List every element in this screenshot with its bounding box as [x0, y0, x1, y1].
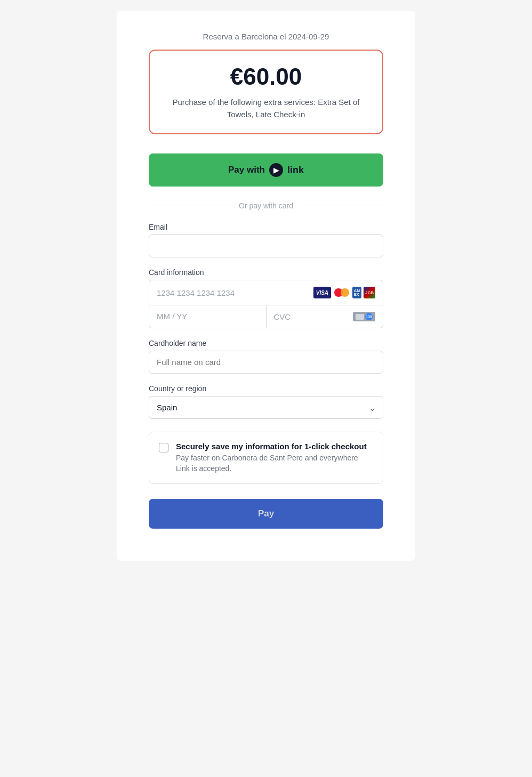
amount-value: €60.00 [167, 63, 365, 90]
pay-with-link-button[interactable]: Pay with ▶ link [149, 153, 383, 187]
divider-line-left [149, 206, 232, 206]
expiry-cvc-row: MM / YY CVC 139 [149, 305, 383, 328]
link-logo-icon: ▶ [269, 163, 283, 177]
email-label: Email [149, 223, 383, 231]
card-info-label: Card information [149, 268, 383, 277]
jcb-icon: JCB [364, 287, 375, 298]
pay-with-link-text: link [287, 165, 304, 176]
pay-button[interactable]: Pay [149, 499, 383, 529]
card-info-group: Card information 1234 1234 1234 1234 VIS… [149, 268, 383, 328]
save-info-desc: Pay faster on Carbonera de Sant Pere and… [176, 453, 373, 474]
card-number-placeholder: 1234 1234 1234 1234 [157, 288, 308, 297]
country-select-wrapper: Spain France Germany Italy Portugal Unit… [149, 396, 383, 419]
cardholder-input[interactable] [149, 351, 383, 374]
card-cvc-input[interactable]: CVC 139 [267, 305, 383, 328]
reservation-label: Reserva a Barcelona el 2024-09-29 [149, 32, 383, 41]
cvc-card-icon: 139 [353, 312, 375, 321]
card-number-row[interactable]: 1234 1234 1234 1234 VISA AMEX JCB [149, 280, 383, 305]
amex-icon: AMEX [352, 287, 361, 298]
amount-description: Purchase of the following extra services… [167, 96, 365, 120]
country-field-group: Country or region Spain France Germany I… [149, 384, 383, 419]
save-info-checkbox[interactable] [159, 443, 168, 452]
email-field-group: Email [149, 223, 383, 268]
cardholder-label: Cardholder name [149, 339, 383, 347]
card-icons: VISA AMEX JCB [313, 287, 375, 298]
cardholder-field-group: Cardholder name [149, 339, 383, 384]
amount-box: €60.00 Purchase of the following extra s… [149, 50, 383, 134]
card-info-box: 1234 1234 1234 1234 VISA AMEX JCB [149, 280, 383, 328]
cvc-number-badge: 139 [365, 313, 373, 320]
divider-text: Or pay with card [239, 201, 293, 210]
payment-form-container: Reserva a Barcelona el 2024-09-29 €60.00… [117, 11, 415, 561]
country-label: Country or region [149, 384, 383, 393]
country-select[interactable]: Spain France Germany Italy Portugal Unit… [149, 396, 383, 419]
save-info-box: Securely save my information for 1-click… [149, 432, 383, 484]
cvc-card-shape [356, 314, 364, 320]
card-divider: Or pay with card [149, 201, 383, 210]
visa-icon: VISA [313, 287, 331, 298]
divider-line-right [300, 206, 383, 206]
cvc-placeholder: CVC [274, 312, 291, 321]
card-expiry-input[interactable]: MM / YY [149, 305, 267, 328]
save-info-title: Securely save my information for 1-click… [176, 442, 373, 451]
email-input[interactable] [149, 234, 383, 257]
mastercard-icon [333, 287, 350, 298]
save-info-text: Securely save my information for 1-click… [176, 442, 373, 474]
pay-with-prefix: Pay with [228, 165, 265, 175]
